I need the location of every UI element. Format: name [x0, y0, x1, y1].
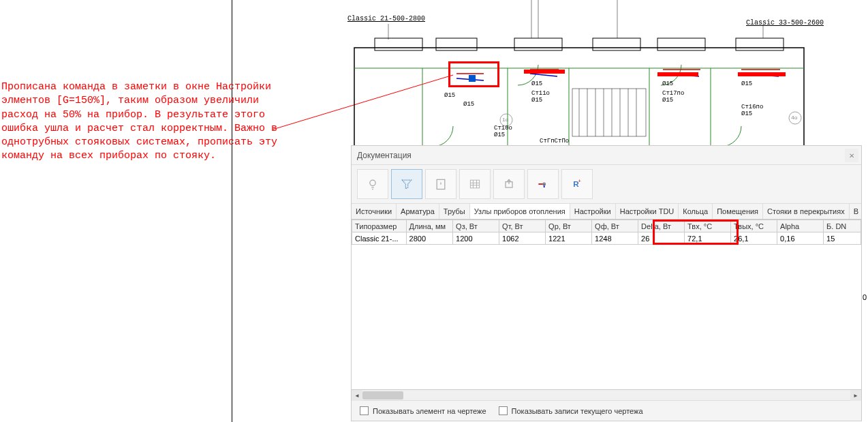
- horizontal-scrollbar[interactable]: ◄ ►: [352, 389, 861, 400]
- label-f: Ø15: [662, 80, 673, 87]
- label-e2: Ø15: [531, 97, 542, 104]
- cell-tin[interactable]: 72,1: [685, 232, 731, 245]
- circ2: 4о: [791, 115, 798, 121]
- checkbox-label-2: Показывать записи текущего чертежа: [512, 407, 643, 415]
- toolbar-btn-filter[interactable]: [391, 169, 422, 199]
- toolbar-btn-revit[interactable]: R+: [561, 169, 593, 199]
- label-i: Ст16по: [741, 104, 763, 110]
- cell-qt[interactable]: 1062: [499, 232, 546, 245]
- svg-rect-30: [469, 75, 476, 82]
- col-qt[interactable]: Qт, Вт: [499, 220, 546, 232]
- label-a: Ø15: [444, 92, 455, 99]
- label-h: Ø15: [741, 80, 752, 87]
- tab-sources[interactable]: Источники: [352, 204, 397, 219]
- label-g: Ст17по: [662, 90, 684, 97]
- cell-delta[interactable]: 26: [638, 232, 685, 245]
- tab-heating-nodes[interactable]: Узлы приборов отопления: [470, 204, 570, 220]
- col-tin[interactable]: Твх, °C: [685, 220, 731, 232]
- scroll-left-btn[interactable]: ◄: [352, 390, 362, 401]
- scroll-thumb[interactable]: [362, 391, 403, 400]
- svg-rect-8: [436, 38, 477, 50]
- col-tout[interactable]: Твых, °C: [731, 220, 777, 232]
- col-delta[interactable]: Delta, Вт: [638, 220, 685, 232]
- panel-footer: Показывать элемент на чертеже Показывать…: [352, 400, 861, 421]
- toolbar-btn-warning[interactable]: [425, 169, 456, 199]
- label-j: СтГпСтПо: [540, 138, 569, 145]
- cell-alpha[interactable]: 0,16: [777, 232, 824, 245]
- col-type[interactable]: Типоразмер: [352, 220, 407, 232]
- col-length[interactable]: Длина, мм: [406, 220, 453, 232]
- checkbox-show-current-drawing[interactable]: Показывать записи текущего чертежа: [499, 406, 643, 415]
- cell-qz[interactable]: 1200: [453, 232, 499, 245]
- scroll-track[interactable]: [362, 390, 850, 400]
- col-bdn[interactable]: Б. DN: [824, 220, 861, 232]
- circ1: 1о: [502, 117, 509, 123]
- checkbox-icon[interactable]: [499, 406, 508, 415]
- svg-text:+: +: [578, 179, 581, 183]
- svg-rect-19: [572, 89, 646, 136]
- checkbox-icon[interactable]: [360, 406, 369, 415]
- tab-rings[interactable]: Кольца: [679, 204, 713, 219]
- cell-type[interactable]: Classic 21-...: [352, 232, 407, 245]
- label-b: Ø15: [463, 101, 474, 108]
- cell-bdn[interactable]: 15: [824, 232, 861, 245]
- toolbar-btn-export[interactable]: [493, 169, 525, 199]
- toolbar: R+: [352, 165, 861, 203]
- svg-line-34: [663, 74, 699, 76]
- checkbox-label-1: Показывать элемент на чертеже: [373, 407, 486, 415]
- table-row[interactable]: Classic 21-... 2800 1200 1062 1221 1248 …: [352, 232, 861, 245]
- label-g2: Ø15: [662, 97, 673, 104]
- documentation-panel: Документация ✕ R+ Источники Арматура Тру…: [351, 145, 862, 421]
- panel-header[interactable]: Документация ✕: [352, 146, 861, 165]
- svg-rect-41: [470, 180, 479, 188]
- floor-plan-drawing: Classic 21-500-2800 Classic 33-500-2600 …: [238, 0, 865, 147]
- toolbar-btn-pipe[interactable]: [527, 169, 559, 199]
- svg-rect-7: [375, 38, 422, 50]
- cell-tout[interactable]: 26,1: [731, 232, 777, 245]
- toolbar-btn-grid[interactable]: [459, 169, 491, 199]
- vertical-divider: [232, 0, 232, 422]
- svg-point-39: [370, 180, 375, 185]
- scroll-right-btn[interactable]: ►: [850, 390, 861, 401]
- cell-qf[interactable]: 1248: [592, 232, 638, 245]
- table-container: Типоразмер Длина, мм Qз, Вт Qт, Вт Qр, В…: [352, 220, 861, 389]
- cell-length[interactable]: 2800: [406, 232, 453, 245]
- svg-rect-9: [514, 38, 562, 50]
- tab-rooms[interactable]: Помещения: [713, 204, 763, 219]
- col-alpha[interactable]: Alpha: [777, 220, 824, 232]
- data-table[interactable]: Типоразмер Длина, мм Qз, Вт Qт, Вт Qр, В…: [352, 220, 861, 245]
- svg-rect-11: [657, 38, 705, 50]
- svg-rect-12: [736, 38, 784, 50]
- tab-armature[interactable]: Арматура: [397, 204, 439, 219]
- tabs-row: Источники Арматура Трубы Узлы приборов о…: [352, 203, 861, 220]
- col-qf[interactable]: Qф, Вт: [592, 220, 638, 232]
- tab-settings[interactable]: Настройки: [570, 204, 616, 219]
- cell-qr[interactable]: 1221: [546, 232, 592, 245]
- label-c2: Ø15: [494, 132, 505, 138]
- toolbar-btn-light[interactable]: [357, 169, 388, 199]
- label-e: Ст11о: [531, 90, 550, 97]
- table-header-row: Типоразмер Длина, мм Qз, Вт Qт, Вт Qр, В…: [352, 220, 861, 232]
- label-i2: Ø15: [741, 110, 752, 117]
- label-d: Ø15: [531, 80, 542, 87]
- col-qr[interactable]: Qр, Вт: [546, 220, 592, 232]
- svg-line-32: [530, 74, 557, 76]
- radiator-label-2: Classic 33-500-2600: [746, 19, 824, 27]
- svg-rect-10: [593, 38, 640, 50]
- tab-pipes[interactable]: Трубы: [439, 204, 470, 219]
- radiator-label-1: Classic 21-500-2800: [347, 15, 425, 22]
- tab-settings-tdu[interactable]: Настройки TDU: [616, 204, 679, 219]
- close-button[interactable]: ✕: [845, 149, 858, 162]
- label-c: Ст10о: [494, 125, 512, 132]
- tab-risers[interactable]: Стояки в перекрытиях: [763, 204, 850, 219]
- panel-title: Документация: [357, 151, 412, 160]
- checkbox-show-on-drawing[interactable]: Показывать элемент на чертеже: [360, 406, 486, 415]
- svg-line-36: [741, 74, 779, 76]
- tab-more[interactable]: В: [850, 204, 861, 219]
- stray-zero: 0: [863, 293, 867, 301]
- col-qz[interactable]: Qз, Вт: [453, 220, 499, 232]
